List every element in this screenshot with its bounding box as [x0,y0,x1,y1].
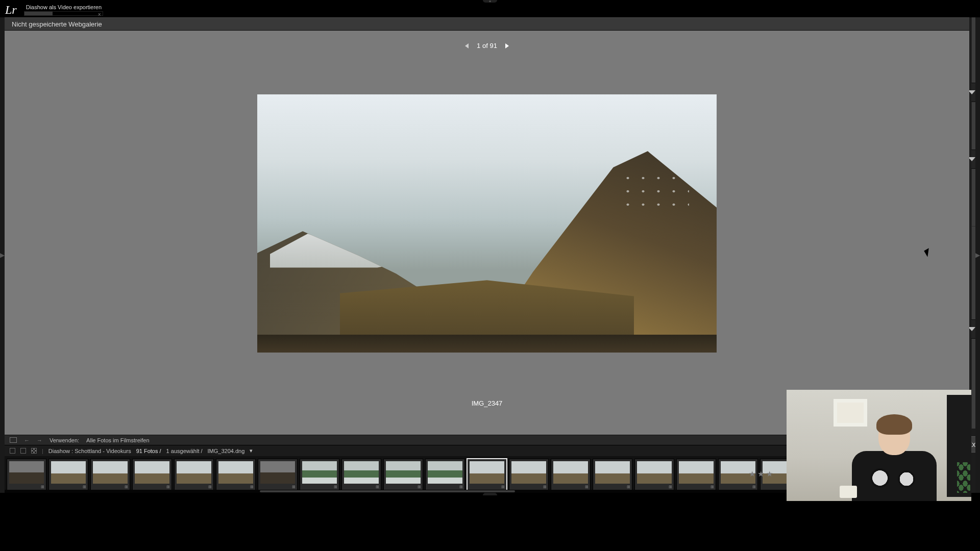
background-task-tab[interactable]: Diashow als Video exportieren × [24,3,104,16]
pager: 1 of 91 [464,42,510,49]
task-progress-bar: × [24,11,103,16]
toolbar-prev-icon[interactable]: ← [24,437,30,443]
app-logo: Lr [0,0,24,17]
filmstrip-thumb[interactable]: ⊞ [634,459,674,490]
filmstrip-thumb-selected[interactable]: ⊞ [467,459,507,490]
filmstrip-thumb[interactable]: ⊞ [258,459,298,490]
section-collapse-icon [969,157,975,161]
filmstrip-thumb[interactable]: ⊞ [174,459,214,490]
top-panel-handle-icon[interactable]: ▴ [483,0,497,3]
filmstrip-thumb[interactable]: ⊞ [593,459,632,490]
photo-count: 91 Fotos / [136,448,161,454]
filmstrip-thumb[interactable]: ⊞ [676,459,716,490]
filmstrip-thumb[interactable]: ⊞ [132,459,172,490]
preview-stage: 1 of 91 IMG_2347 [5,31,969,435]
section-collapse-icon [969,90,975,94]
section-upload-header[interactable]: Einstellungen für das Hochladen [971,319,975,339]
pager-next-icon[interactable] [505,43,510,48]
gallery-title-bar: Nicht gespeicherte Webgalerie [5,17,969,31]
webcam-overlay [787,390,971,501]
pager-text: 1 of 91 [477,42,497,49]
filmstrip-thumb[interactable]: ⊞ [90,459,130,490]
chevron-right-icon: ▶ [975,252,980,259]
grip-icon [483,493,497,495]
task-title: Diashow als Video exportieren [24,3,104,11]
filmstrip-thumb[interactable]: ⊞ [48,459,88,490]
filmstrip-thumb[interactable]: ⊞ [551,459,591,490]
secondary-display-icon[interactable] [20,448,26,454]
primary-display-icon[interactable] [10,448,15,454]
filmstrip-thumb[interactable]: ⊞ [216,459,256,490]
section-collapse-icon [969,327,975,331]
preview-image [257,94,717,353]
filmstrip-thumb[interactable]: ⊞ [7,459,46,490]
toolbar-next-icon[interactable]: → [37,437,42,443]
preview-caption: IMG_2347 [472,399,503,407]
filmstrip-thumb[interactable]: ⊞ [341,459,381,490]
filmstrip-thumb[interactable]: ⊞ [300,459,339,490]
use-label: Verwenden: [50,437,79,443]
layout-icon[interactable] [10,437,17,443]
current-filename: IMG_3204.dng [208,448,245,454]
pager-prev-icon[interactable] [464,43,469,48]
rating-stars[interactable]: ★ ★ ★ [749,468,773,480]
section-image-info-header[interactable]: Bildinformationen [971,83,975,102]
use-value[interactable]: Alle Fotos im Filmstreifen [86,437,149,443]
selection-count: 1 ausgewählt / [166,448,203,454]
filmstrip-thumb[interactable]: ⊞ [509,459,549,490]
chevron-right-icon: ▶ [0,252,5,259]
right-panel-collapse[interactable]: ▶ [975,17,980,493]
task-close-icon[interactable]: × [98,12,101,17]
left-panel-expand[interactable]: ▶ [0,17,5,493]
filmstrip-thumb[interactable]: ⊞ [425,459,465,490]
grid-view-icon[interactable] [31,448,37,454]
breadcrumb[interactable]: Diashow : Schottland - Videokurs [48,448,131,454]
filmstrip-thumb[interactable]: ⊞ [383,459,423,490]
mouse-cursor-icon [925,249,933,259]
section-output-header[interactable]: Ausgabeeinstellungen [971,149,975,169]
breadcrumb-caret-icon[interactable]: ▾ [250,447,253,454]
